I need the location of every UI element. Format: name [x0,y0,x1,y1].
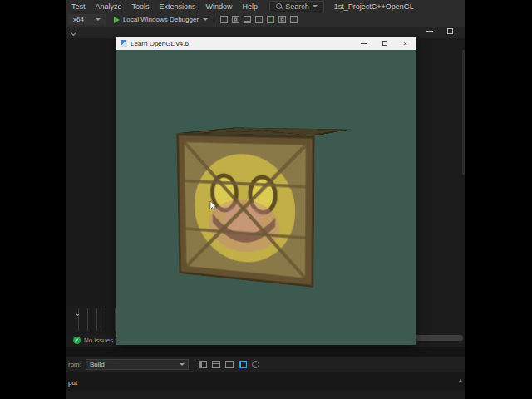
window-chrome [426,26,453,36]
platform-dropdown[interactable]: x64 [68,14,106,25]
output-icon-pin[interactable] [239,361,247,368]
toolbar-icon-6[interactable] [278,16,286,23]
minimize-button[interactable] [353,37,374,50]
toolbar-icon-5[interactable] [267,16,274,23]
output-icon-wrap[interactable] [212,361,220,368]
output-icon-columns[interactable] [199,361,207,368]
toolbar-icon-4[interactable] [255,16,263,23]
toolbar-icon-2[interactable] [232,16,239,23]
editor-right-panel [416,38,466,306]
app-icon [121,40,127,47]
maximize-button[interactable] [374,37,395,50]
toolbar-icon-3[interactable] [244,16,251,23]
scroll-up-icon[interactable]: ▲ [458,377,463,382]
mouse-cursor [209,200,217,214]
toolbar-separator [214,15,214,24]
output-tab-label: put [68,379,77,387]
minimize-icon [361,43,367,44]
menu-item-analyze[interactable]: Analyze [91,2,127,11]
panel-tab-strip [66,347,466,357]
run-play-icon[interactable] [114,17,120,23]
opengl-viewport[interactable] [116,50,416,345]
toolbar-icon-7[interactable] [290,16,298,23]
opengl-window-title: Learn OpenGL v4.6 [131,40,189,47]
maximize-icon[interactable] [447,28,453,34]
visual-studio-window: Test Analyze Tools Extensions Window Hel… [66,0,466,399]
run-button[interactable]: Local Windows Debugger [123,16,199,23]
output-from-label: rom: [68,361,81,368]
main-toolbar: x64 Local Windows Debugger [66,12,466,27]
menu-item-help[interactable]: Help [238,2,264,11]
menu-item-extensions[interactable]: Extensions [155,2,201,11]
horizontal-scrollbar-thumb[interactable] [413,335,463,341]
menu-item-tools[interactable]: Tools [127,2,155,11]
vertical-scrollbar[interactable] [462,50,465,175]
menu-item-test[interactable]: Test [66,2,91,11]
opengl-window: Learn OpenGL v4.6 × [116,37,416,345]
search-label: Search [285,2,309,11]
screen: Test Analyze Tools Extensions Window Hel… [0,0,532,399]
maximize-icon [382,41,387,46]
search-box[interactable]: Search [269,1,324,12]
run-dropdown-chevron-icon[interactable] [203,18,208,21]
output-toolbar: rom: Build [66,357,466,372]
diagnostics-timeline [78,308,121,331]
output-icon-list[interactable] [225,361,234,368]
textured-crate-cube [209,131,335,269]
toolbar-icon-1[interactable] [220,16,228,23]
platform-label: x64 [73,16,84,23]
close-button[interactable]: × [395,37,416,50]
menu-item-window[interactable]: Window [201,2,238,11]
editor-left-panel [66,38,116,306]
minimize-icon[interactable] [426,31,433,32]
chevron-down-icon [96,18,101,21]
check-circle-icon: ✓ [73,337,81,344]
chevron-down-icon [180,363,185,366]
opengl-window-controls: × [353,37,416,50]
menu-bar: Test Analyze Tools Extensions Window Hel… [66,0,466,12]
output-panel[interactable]: put ▲ [66,372,466,391]
search-icon [276,3,282,9]
output-source-value: Build [90,361,105,368]
opengl-title-bar[interactable]: Learn OpenGL v4.6 × [116,37,416,50]
chevron-down-icon [313,5,318,7]
output-source-dropdown[interactable]: Build [86,359,189,370]
chevron-down-icon[interactable] [71,29,76,35]
solution-name: 1st_ProjectC++OpenGL [334,2,414,11]
cube-scene [203,131,336,264]
output-icon-clear[interactable] [252,361,259,368]
crate-face-front [176,133,314,288]
status-bar [66,391,466,399]
